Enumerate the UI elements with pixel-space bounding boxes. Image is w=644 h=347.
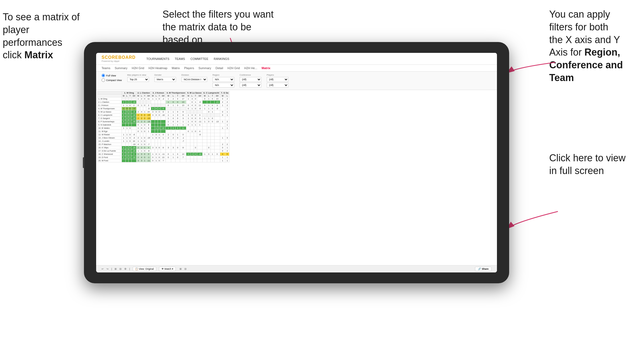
table-row: 13. J Skov Olesen 110-3 210-19 1001 220-… bbox=[97, 136, 229, 140]
annotation-topmid: Select the filters you want the matrix d… bbox=[162, 8, 276, 46]
table-row: 18. C Sherwood 2010 1300 101-11 01013 22… bbox=[97, 153, 229, 156]
filter-region: Region N/A N/A bbox=[213, 74, 234, 88]
fullview-radio[interactable] bbox=[102, 74, 105, 77]
table-row: 19. D Ford 200-20 240-1 01013 0107 11 bbox=[97, 156, 229, 159]
subnav-h2h-grid[interactable]: H2H Grid bbox=[132, 66, 144, 70]
col-3-jkoivun: 3. J Koivun bbox=[151, 91, 166, 95]
view-original-btn[interactable]: 📋 View: Original bbox=[133, 267, 156, 271]
matrix-corner bbox=[97, 91, 122, 95]
conference-select-x[interactable]: (All) bbox=[240, 77, 261, 82]
toolbar-divider: | bbox=[111, 268, 112, 270]
col-7-gsa: 7. G Sa bbox=[220, 91, 229, 95]
matrix-table: 1. W Ding 2. L Clanton 3. J Koivun 4. M … bbox=[97, 91, 229, 162]
matrix-subheader-row: WLTDif WLTDif WLTDif WLTDif WLTDif WLTDi… bbox=[97, 95, 229, 97]
table-row: 5. M La Sasso 150-6 24124 3006 1106 01 0… bbox=[97, 110, 229, 114]
gender-select[interactable]: Men's bbox=[154, 77, 176, 82]
toolbar-share-icon[interactable]: ⊟ bbox=[184, 268, 187, 270]
toolbar-redo[interactable]: ↪ bbox=[106, 268, 109, 270]
tablet-side-button bbox=[83, 157, 84, 168]
table-row: 1. W Ding 12011 110-2 12017 130 01013 02 bbox=[97, 97, 229, 101]
region-select-y[interactable]: N/A bbox=[213, 83, 234, 88]
top-nav: SCOREBOARD Powered by clippd TOURNAMENTS… bbox=[96, 53, 497, 65]
filter-division: Division NCAA Division I bbox=[181, 74, 207, 82]
nav-teams[interactable]: TEAMS bbox=[175, 57, 185, 60]
subnav-summary2[interactable]: Summary bbox=[199, 66, 211, 70]
col-1-wding: 1. W Ding bbox=[122, 91, 136, 95]
toolbar-undo[interactable]: ↩ bbox=[102, 268, 104, 270]
col-2-lclanton: 2. L Clanton bbox=[136, 91, 151, 95]
compactview-label[interactable]: Compact View bbox=[102, 78, 122, 82]
annotation-topleft: To see a matrix of player performances c… bbox=[3, 11, 84, 62]
table-row: 7. G Sargent 200-16 220-15 1003 1003 110 bbox=[97, 117, 229, 120]
conference-select-y[interactable]: (All) bbox=[240, 83, 261, 88]
annotation-bottomright: Click here to view in full screen bbox=[549, 152, 636, 177]
bottom-toolbar: ↩ ↪ | ⊞ ⊟ ⚙ | 📋 View: Original 👁 Watch ▾… bbox=[96, 265, 497, 272]
players-select-x[interactable]: (All) bbox=[267, 77, 288, 82]
subnav-matrix-active[interactable]: Matrix bbox=[262, 66, 270, 70]
table-row: 16. K Vilips 210-25 2204 3308 3308 0 0 0… bbox=[97, 146, 229, 149]
maxplayers-select[interactable]: Top 25 bbox=[127, 77, 149, 82]
nav-items: TOURNAMENTS TEAMS COMMITTEE RANKINGS bbox=[147, 57, 229, 60]
filter-maxplayers: Max players in view Top 25 bbox=[127, 74, 149, 82]
table-row: 3. J Koivun 1102 0102 01013 04011 0103 1… bbox=[97, 104, 229, 107]
subnav-players[interactable]: Players bbox=[184, 66, 194, 70]
col-5-mlasasso: 5. M La Sasso bbox=[186, 91, 203, 95]
table-row: 15. P Maichon -19 410-7 22 bbox=[97, 143, 229, 146]
filter-gender: Gender Men's bbox=[154, 74, 176, 82]
tablet-screen: SCOREBOARD Powered by clippd TOURNAMENTS… bbox=[96, 53, 497, 272]
players-select-y[interactable]: (All) bbox=[267, 83, 288, 88]
col-4-mthorbjornsen: 4. M Thorbjornsen bbox=[166, 91, 186, 95]
table-row: 9. N Gabrelcik 0109 0111 0111 1 bbox=[97, 123, 229, 127]
logo-sub: Powered by clippd bbox=[102, 60, 136, 62]
table-row: 8. P Summerhays 521-48 220-16 1001 100-1… bbox=[97, 120, 229, 123]
subnav-h2h-he[interactable]: H2H He... bbox=[244, 66, 257, 70]
nav-rankings[interactable]: RANKINGS bbox=[214, 57, 229, 60]
toolbar-divider2: | bbox=[129, 268, 130, 270]
filter-players: Players (All) (All) bbox=[267, 74, 288, 88]
share-btn[interactable]: 🔗 Share bbox=[475, 267, 492, 271]
nav-committee[interactable]: COMMITTEE bbox=[190, 57, 208, 60]
compactview-radio[interactable] bbox=[102, 78, 105, 82]
subnav-detail[interactable]: Detail bbox=[216, 66, 223, 70]
table-row: 12. M Riedel 110-6 1010 1010 -6 bbox=[97, 133, 229, 136]
toolbar-settings[interactable]: ⚙ bbox=[124, 268, 126, 270]
sub-nav: Teams Summary H2H Grid H2H Heatmap Matri… bbox=[96, 65, 497, 72]
logo-area: SCOREBOARD Powered by clippd bbox=[102, 55, 136, 62]
table-row: 14. J Lundin 11010 110 -7 bbox=[97, 140, 229, 143]
table-row: 17. S De La Fuente 200-20 110-8 02 bbox=[97, 149, 229, 153]
toolbar-screen-btn[interactable]: ⊞ bbox=[180, 268, 182, 270]
logo-text: SCOREBOARD bbox=[102, 55, 136, 60]
watch-btn[interactable]: 👁 Watch ▾ bbox=[159, 267, 176, 271]
subnav-teams[interactable]: Teams bbox=[102, 66, 110, 70]
subnav-h2h-heatmap[interactable]: H2H Heatmap bbox=[148, 66, 167, 70]
toolbar-zoom: ⊞ bbox=[115, 268, 117, 270]
table-row: 4. M Thorbjornsen 100-5 -3 1010 010-6 11… bbox=[97, 107, 229, 110]
toolbar-fit[interactable]: ⊟ bbox=[119, 268, 122, 270]
matrix-area[interactable]: 1. W Ding 2. L Clanton 3. J Koivun 4. M … bbox=[96, 90, 497, 265]
col-6-clamprecht: 6. C Lamprecht bbox=[203, 91, 220, 95]
division-select[interactable]: NCAA Division I bbox=[181, 77, 207, 82]
filter-conference: Conference (All) (All) bbox=[240, 74, 261, 88]
table-row: 2. L Clanton 210-16 10013 01-6 -24 22 bbox=[97, 101, 229, 104]
subnav-summary[interactable]: Summary bbox=[115, 66, 127, 70]
fullview-label[interactable]: Full View bbox=[102, 74, 122, 77]
subnav-matrix[interactable]: Matrix bbox=[172, 66, 180, 70]
table-row: 10. B Valdes 110 1010 1010 10011 11 bbox=[97, 127, 229, 130]
matrix-header-row: 1. W Ding 2. L Clanton 3. J Koivun 4. M … bbox=[97, 91, 229, 95]
table-row: 20. M Ford 331-11 0107 11 bbox=[97, 159, 229, 162]
filter-bar: Full View Compact View Max players in vi… bbox=[96, 72, 497, 90]
tablet: SCOREBOARD Powered by clippd TOURNAMENTS… bbox=[84, 42, 509, 283]
region-select-x[interactable]: N/A bbox=[213, 77, 234, 82]
annotation-topright: You can apply filters for both the X axi… bbox=[549, 8, 639, 84]
table-row: 6. C Lamprecht 300-16 200-15 300-16 1106… bbox=[97, 114, 229, 117]
view-options: Full View Compact View bbox=[102, 74, 122, 82]
nav-tournaments[interactable]: TOURNAMENTS bbox=[147, 57, 170, 60]
subnav-h2h-grid2[interactable]: H2H Grid bbox=[227, 66, 240, 70]
table-row: 11. M Ege 0101 0104 bbox=[97, 130, 229, 133]
